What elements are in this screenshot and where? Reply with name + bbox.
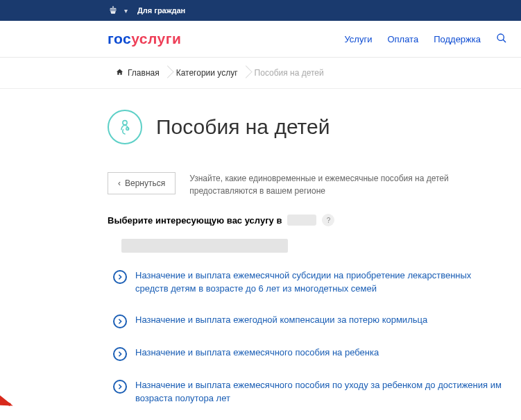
search-icon[interactable] bbox=[496, 33, 507, 46]
svg-point-0 bbox=[497, 34, 504, 40]
arrow-right-circle-icon bbox=[113, 347, 127, 361]
nav-payment[interactable]: Оплата bbox=[387, 34, 418, 44]
arrow-right-circle-icon bbox=[113, 314, 127, 328]
home-icon bbox=[116, 68, 123, 78]
svg-line-1 bbox=[503, 40, 506, 42]
redacted-bar bbox=[121, 239, 288, 253]
help-badge[interactable]: ? bbox=[322, 214, 334, 226]
chevron-left-icon: ‹ bbox=[118, 178, 121, 188]
region-redacted bbox=[287, 215, 316, 226]
content: Пособия на детей ‹ Вернуться Узнайте, ка… bbox=[0, 89, 521, 420]
service-item[interactable]: Назначение и выплата ежемесячной субсиди… bbox=[108, 265, 507, 300]
breadcrumb-current: Пособия на детей bbox=[246, 65, 332, 81]
topbar: ▾ Для граждан bbox=[0, 0, 521, 21]
nav: Услуги Оплата Поддержка bbox=[344, 33, 507, 46]
arrow-right-circle-icon bbox=[113, 380, 127, 394]
service-item[interactable]: Назначение и выплата ежемесячного пособи… bbox=[108, 342, 507, 365]
page-title: Пособия на детей bbox=[156, 115, 330, 139]
back-button[interactable]: ‹ Вернуться bbox=[108, 172, 176, 194]
intro-row: ‹ Вернуться Узнайте, какие единовременны… bbox=[108, 172, 507, 197]
annotation-arrow bbox=[0, 325, 28, 415]
page-head: Пособия на детей bbox=[108, 110, 507, 144]
service-item[interactable]: Назначение и выплата ежемесячного пособи… bbox=[108, 375, 507, 410]
emblem-icon bbox=[108, 5, 119, 16]
audience-selector[interactable]: Для граждан bbox=[137, 6, 185, 15]
breadcrumb-categories[interactable]: Категории услуг bbox=[168, 65, 246, 81]
svg-point-2 bbox=[123, 121, 127, 125]
service-list: Назначение и выплата ежемесячной субсиди… bbox=[108, 265, 507, 420]
service-label: Назначение и выплата ежемесячного пособи… bbox=[135, 346, 379, 360]
intro-text: Узнайте, какие единовременные и ежемесяч… bbox=[189, 172, 507, 197]
nav-support[interactable]: Поддержка bbox=[434, 34, 481, 44]
logo[interactable]: госуслуги bbox=[108, 31, 181, 47]
service-label: Назначение и выплата ежегодной компенсац… bbox=[135, 314, 427, 327]
select-prompt-row: Выберите интересующую вас услугу в ? bbox=[108, 214, 507, 226]
page-icon bbox=[108, 110, 142, 144]
service-label: Назначение и выплата ежемесячной субсиди… bbox=[135, 269, 502, 296]
svg-point-3 bbox=[126, 128, 129, 131]
breadcrumb: Главная Категории услуг Пособия на детей bbox=[0, 58, 521, 89]
service-item[interactable]: Назначение и выплата ежегодной компенсац… bbox=[108, 310, 507, 333]
chevron-down-icon[interactable]: ▾ bbox=[124, 7, 128, 15]
nav-services[interactable]: Услуги bbox=[344, 34, 372, 44]
arrow-right-circle-icon bbox=[113, 270, 127, 284]
breadcrumb-home[interactable]: Главная bbox=[108, 65, 168, 81]
select-prompt: Выберите интересующую вас услугу в bbox=[108, 215, 282, 226]
header: госуслуги Услуги Оплата Поддержка bbox=[0, 21, 521, 58]
service-label: Назначение и выплата ежемесячного пособи… bbox=[135, 379, 502, 405]
